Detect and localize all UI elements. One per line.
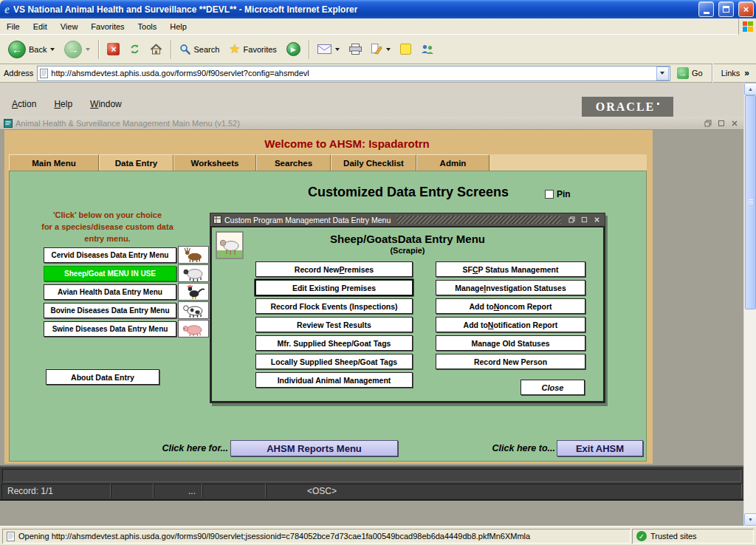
discuss-button[interactable] [396,41,415,57]
edit-icon [371,44,382,55]
exit-caption: Click here to... [447,443,555,453]
record-new-person-button[interactable]: Record New Person [436,354,585,369]
star-icon: ★ [229,43,240,55]
close-dialog-button[interactable]: Close [520,380,585,395]
ie-menubar: File Edit View Favorites Tools Help [0,18,756,35]
dialog-heading: Sheep/GoatsData Entry Menu [212,233,603,245]
pin-checkbox[interactable] [545,190,554,199]
add-to-notification-report-button[interactable]: Add to Notification Report [436,317,585,332]
media-button[interactable]: ▶ [283,40,304,58]
print-button[interactable] [346,41,365,57]
cervid-diseases-menu-button[interactable]: Cervid Diseases Data Entry Menu [44,247,176,263]
menu-help[interactable]: Help [54,99,72,109]
dialog-body: Sheep/GoatsData Entry Menu (Scrapie) Rec… [210,226,605,402]
tabstrip: Main Menu Data Entry Worksheets Searches… [9,154,647,171]
dialog-titlebar[interactable]: Custom Program Management Data Entry Men… [210,213,605,226]
minimize-button[interactable] [698,1,714,17]
about-data-entry-button[interactable]: About Data Entry [46,369,159,385]
menu-window[interactable]: Window [90,99,122,109]
links-button[interactable]: Links » [718,68,752,78]
menu-favorites[interactable]: Favorites [84,20,131,33]
dialog-maximize-icon[interactable] [580,216,589,224]
mail-button[interactable] [314,42,343,56]
status-field: ... [154,484,202,498]
dialog-close-icon[interactable] [592,216,602,224]
menu-tools[interactable]: Tools [131,20,164,33]
menu-file[interactable]: File [0,20,27,33]
dialog-title: Custom Program Management Data Entry Men… [224,216,391,224]
scrollbar-thumb[interactable] [745,95,756,309]
individual-animal-management-button[interactable]: Individual Animal Management [255,372,413,388]
avian-health-menu-button[interactable]: Avian Health Data Entry Menu [44,284,176,300]
mdi-close-icon[interactable] [729,118,740,128]
sheep-goat-menu-in-use-button[interactable]: Sheep/Goat MENU IN USE [44,266,176,281]
osc-indicator: <OSC> [266,484,742,498]
media-icon: ▶ [286,42,300,56]
tab-main-menu[interactable]: Main Menu [9,154,99,171]
people-icon [421,44,434,55]
mfr-supplied-tags-button[interactable]: Mfr. Supplied Sheep/Goat Tags [255,335,413,351]
scroll-up-button[interactable]: ▲ [744,83,756,95]
exit-ahsm-button[interactable]: Exit AHSM [557,440,643,456]
tab-data-entry[interactable]: Data Entry [99,154,173,171]
address-input[interactable] [51,67,653,80]
go-button[interactable]: → Go [674,66,706,80]
stop-button[interactable]: × [103,41,123,58]
toolbar-separator [309,40,309,59]
dialog-restore-icon[interactable] [567,216,577,224]
window-titlebar: e VS National Animal Health and Surveill… [0,0,756,18]
edit-existing-premises-button[interactable]: Edit Existing Premises [255,280,413,295]
locally-supplied-tags-button[interactable]: Locally Supplied Sheep/Goat Tags [255,354,413,369]
form-canvas: Welcome to AHSM: Ispadarotrn Main Menu D… [4,130,653,464]
forms-status-line: Record: 1/1 ... <OSC> [1,484,742,498]
tab-admin[interactable]: Admin [416,154,489,171]
status-field [111,484,154,498]
back-button[interactable]: ← Back [4,38,58,61]
record-new-premises-button[interactable]: Record New Premises [255,261,413,277]
instruction-text: 'Click' below on your choice for a speci… [32,210,183,245]
close-button[interactable]: × [738,1,754,17]
sfcp-status-management-button[interactable]: SFCP Status Management [436,261,585,277]
form-icon [4,119,13,128]
mdi-restore-icon[interactable] [703,118,713,128]
toolbar-separator [98,40,99,59]
swine-diseases-menu-button[interactable]: Swine Diseases Data Entry Menu [44,321,176,337]
manage-old-statuses-button[interactable]: Manage Old Statuses [436,335,585,351]
mdi-maximize-icon[interactable] [716,118,726,128]
toolbar-separator [171,40,171,59]
address-dropdown-button[interactable] [656,66,669,80]
zone-label: Trusted sites [650,532,697,541]
menu-view[interactable]: View [54,20,85,33]
ie-statusbar: Opening http://ahsmdevtest.aphis.usda.go… [0,526,756,545]
data-entry-panel: Customized Data Entry Screens Pin 'Click… [9,171,647,462]
go-icon: → [677,67,689,79]
scroll-down-button[interactable]: ▼ [744,513,756,526]
loading-page-icon [7,532,15,541]
vertical-scrollbar[interactable]: ▲ ▼ [743,83,756,526]
menu-help[interactable]: Help [163,20,193,33]
record-flock-events-button[interactable]: Record Flock Events (Inspections) [255,298,413,314]
back-icon: ← [8,41,26,58]
maximize-button[interactable] [718,1,734,17]
menu-edit[interactable]: Edit [27,20,54,33]
ahsm-reports-menu-button[interactable]: AHSM Reports Menu [230,440,398,456]
reports-caption: Click here for... [120,443,228,453]
home-button[interactable] [146,41,166,57]
edit-button[interactable] [368,41,394,57]
favorites-button[interactable]: ★ Favorites [225,41,281,58]
tab-worksheets[interactable]: Worksheets [173,154,256,171]
manage-investigation-statuses-button[interactable]: Manage Investigation Statuses [436,280,585,295]
menu-action[interactable]: Action [12,99,36,109]
status-message: Opening http://ahsmdevtest.aphis.usda.go… [18,532,530,541]
tab-searches[interactable]: Searches [256,154,331,171]
review-test-results-button[interactable]: Review Test Results [255,317,413,332]
tab-daily-checklist[interactable]: Daily Checklist [331,154,416,171]
add-to-noncom-report-button[interactable]: Add to Noncom Report [436,298,585,314]
forward-button[interactable]: → [61,38,94,61]
messenger-button[interactable] [417,42,438,57]
search-button[interactable]: Search [176,41,223,57]
bovine-diseases-menu-button[interactable]: Bovine Diseases Data Entry Menu [44,303,176,318]
home-icon [150,44,162,55]
record-indicator: Record: 1/1 [1,484,111,498]
refresh-button[interactable] [126,41,144,57]
